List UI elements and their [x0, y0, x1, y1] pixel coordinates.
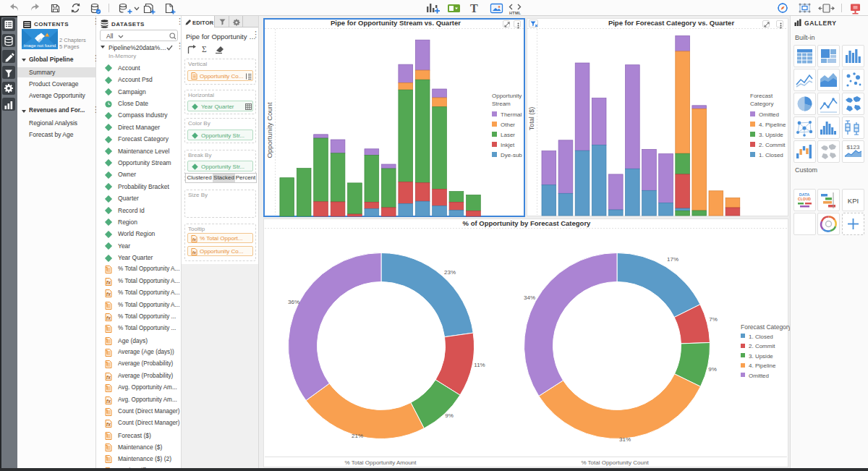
svg-text:CLOUD: CLOUD	[798, 197, 811, 201]
svg-text:$123: $123	[846, 144, 859, 150]
svg-text:KPI: KPI	[848, 196, 859, 204]
